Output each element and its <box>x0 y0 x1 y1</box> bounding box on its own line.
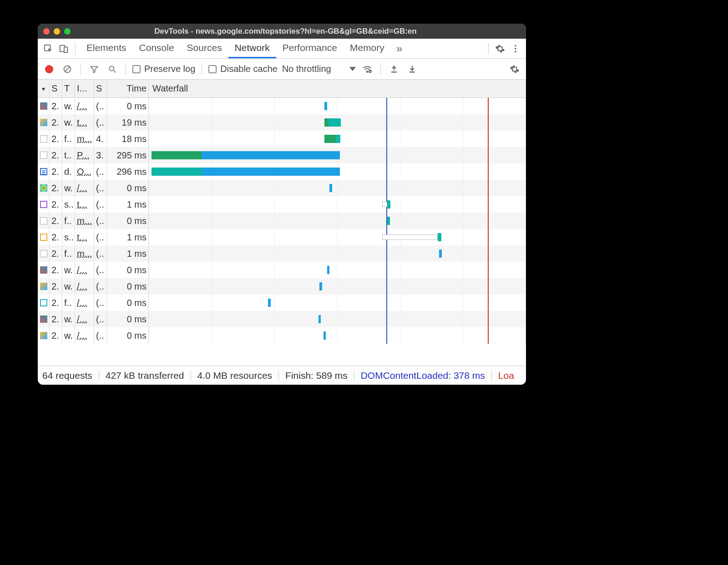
cell-size: (.. <box>94 196 107 213</box>
file-type-icon <box>40 316 47 323</box>
cell-status: 2. <box>50 213 62 229</box>
svg-rect-13 <box>410 71 415 73</box>
close-window-button[interactable] <box>43 28 50 35</box>
cell-type: t.. <box>62 147 75 163</box>
svg-rect-2 <box>64 47 67 52</box>
col-waterfall-header[interactable]: Waterfall <box>149 80 526 97</box>
gear-icon[interactable] <box>493 42 507 56</box>
network-row[interactable]: 2.w./...(..0 ms <box>38 180 526 196</box>
network-row[interactable]: 2.f..m...4.18 ms <box>38 131 526 147</box>
more-tabs-button[interactable]: » <box>393 42 406 56</box>
col-time-header[interactable]: Time <box>107 80 149 97</box>
cell-initiator[interactable]: /... <box>75 262 94 278</box>
status-resources: 4.0 MB resources <box>191 370 279 381</box>
network-row[interactable]: 2.w.t...(..19 ms <box>38 114 526 131</box>
filter-icon[interactable] <box>87 62 101 76</box>
cell-initiator[interactable]: /... <box>75 180 94 196</box>
file-type-icon <box>40 152 47 159</box>
cell-waterfall <box>149 245 526 262</box>
timing-bar <box>387 217 390 225</box>
network-row[interactable]: 2.f..m...(..1 ms <box>38 245 526 262</box>
cell-time: 0 ms <box>107 180 149 196</box>
file-type-icon <box>40 119 47 126</box>
cell-initiator[interactable]: m... <box>75 131 94 147</box>
status-bar: 64 requests 427 kB transferred 4.0 MB re… <box>38 366 526 385</box>
load-marker <box>488 98 489 114</box>
status-transferred: 427 kB transferred <box>99 370 191 381</box>
cell-status: 2. <box>50 327 62 344</box>
device-toggle-icon[interactable] <box>57 42 71 56</box>
network-row[interactable]: 2.f../...(..0 ms <box>38 295 526 311</box>
inspect-icon[interactable] <box>41 42 55 56</box>
search-icon[interactable] <box>106 62 119 76</box>
tab-performance[interactable]: Performance <box>276 39 344 58</box>
cell-initiator[interactable]: /... <box>75 295 94 311</box>
tab-console[interactable]: Console <box>133 39 181 58</box>
cell-initiator[interactable]: t... <box>75 114 94 131</box>
file-type-icon <box>40 299 47 306</box>
cell-waterfall <box>149 295 526 311</box>
network-conditions-icon[interactable] <box>360 62 374 76</box>
network-row[interactable]: 2.w./...(..0 ms <box>38 327 526 344</box>
tab-memory[interactable]: Memory <box>344 39 391 58</box>
col-status-header[interactable]: S <box>50 80 62 97</box>
disable-cache-checkbox[interactable]: Disable cache <box>208 64 278 74</box>
cell-initiator[interactable]: /... <box>75 278 94 295</box>
network-row[interactable]: 2.d.O...(..296 ms <box>38 163 526 180</box>
cell-initiator[interactable]: /... <box>75 327 94 344</box>
cell-size: (.. <box>94 213 107 229</box>
svg-line-9 <box>114 70 116 72</box>
cell-initiator[interactable]: t... <box>75 196 94 213</box>
domcontentloaded-marker <box>386 180 387 196</box>
export-har-icon[interactable] <box>405 62 419 76</box>
tab-network[interactable]: Network <box>228 39 276 58</box>
cell-status: 2. <box>50 311 62 327</box>
network-row[interactable]: 2.w./...(..0 ms <box>38 98 526 114</box>
col-initiator-header[interactable]: I... <box>75 80 94 97</box>
tab-sources[interactable]: Sources <box>181 39 228 58</box>
import-har-icon[interactable] <box>387 62 401 76</box>
cell-time: 1 ms <box>107 229 149 245</box>
cell-initiator[interactable]: P... <box>75 147 94 163</box>
load-marker <box>488 213 489 229</box>
network-row[interactable]: 2.s..t...(..1 ms <box>38 229 526 245</box>
cell-initiator[interactable]: t... <box>75 229 94 245</box>
tab-elements[interactable]: Elements <box>80 39 133 58</box>
preserve-log-checkbox[interactable]: Preserve log <box>132 64 195 74</box>
devtools-window: DevTools - news.google.com/topstories?hl… <box>38 24 526 385</box>
load-marker <box>488 131 489 147</box>
network-row[interactable]: 2.w./...(..0 ms <box>38 311 526 327</box>
col-type-header[interactable]: T <box>62 80 75 97</box>
network-row[interactable]: 2.w./...(..0 ms <box>38 262 526 278</box>
cell-size: (.. <box>94 229 107 245</box>
cell-initiator[interactable]: /... <box>75 311 94 327</box>
cell-initiator[interactable]: O... <box>75 163 94 180</box>
cell-waterfall <box>149 114 526 131</box>
cell-initiator[interactable]: m... <box>75 245 94 262</box>
domcontentloaded-marker <box>386 311 387 327</box>
col-size-header[interactable]: S <box>94 80 107 97</box>
status-domcontentloaded: DOMContentLoaded: 378 ms <box>354 370 492 381</box>
network-row[interactable]: 2.f..m...(..0 ms <box>38 213 526 229</box>
clear-icon[interactable] <box>61 62 74 76</box>
cell-waterfall <box>149 180 526 196</box>
file-type-icon <box>40 283 47 290</box>
network-rows[interactable]: 2.w./...(..0 ms2.w.t...(..19 ms2.f..m...… <box>38 98 526 366</box>
kebab-menu-icon[interactable] <box>509 42 522 56</box>
network-row[interactable]: 2.s..t...(..1 ms <box>38 196 526 213</box>
network-row[interactable]: 2.w./...(..0 ms <box>38 278 526 295</box>
cell-initiator[interactable]: m... <box>75 213 94 229</box>
file-type-icon <box>40 168 47 175</box>
cell-waterfall <box>149 196 526 213</box>
network-row[interactable]: 2.t..P...3.295 ms <box>38 147 526 163</box>
cell-size: (.. <box>94 262 107 278</box>
cell-waterfall <box>149 327 526 344</box>
record-button[interactable] <box>42 62 56 76</box>
throttling-select[interactable]: No throttling <box>282 64 356 74</box>
cell-waterfall <box>149 311 526 327</box>
network-settings-gear-icon[interactable] <box>508 62 521 76</box>
load-marker <box>488 114 489 131</box>
col-name-header[interactable]: ▾ <box>38 80 50 97</box>
cell-initiator[interactable]: /... <box>75 98 94 114</box>
file-type-icon <box>40 135 47 143</box>
